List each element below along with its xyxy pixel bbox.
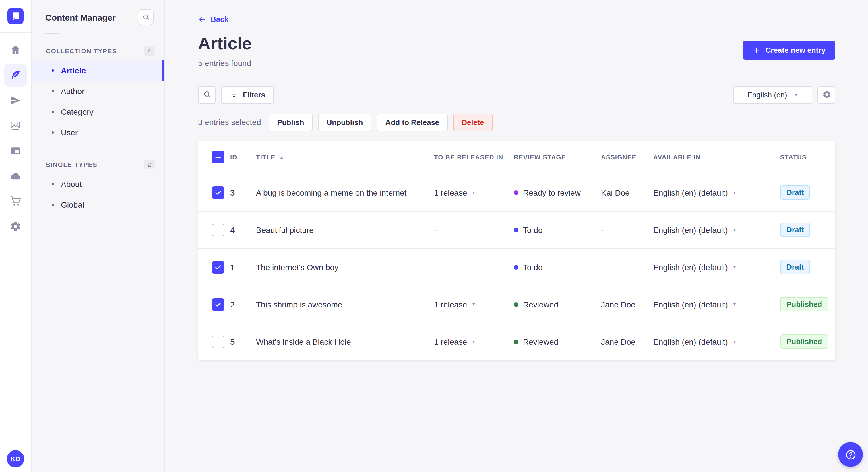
status-badge: Published bbox=[780, 334, 828, 349]
subnav-panel: Content Manager COLLECTION TYPES 4 Artic… bbox=[32, 0, 165, 472]
cell-available-in[interactable]: English (en) (default)▼ bbox=[653, 300, 780, 309]
stage-dot bbox=[514, 339, 518, 344]
cell-assignee: Jane Doe bbox=[601, 300, 653, 309]
check-icon bbox=[214, 300, 222, 308]
column-header-assignee[interactable]: ASSIGNEE bbox=[601, 154, 653, 161]
back-arrow-icon bbox=[198, 15, 206, 23]
cell-available-in[interactable]: English (en) (default)▼ bbox=[653, 337, 780, 346]
cell-release[interactable]: 1 release▼ bbox=[434, 300, 514, 309]
selection-count-label: 3 entries selected bbox=[198, 117, 261, 127]
status-badge: Draft bbox=[780, 185, 810, 200]
nav-item-send[interactable] bbox=[4, 89, 27, 112]
layout-icon bbox=[10, 145, 21, 157]
create-new-entry-button[interactable]: Create new entry bbox=[743, 40, 835, 59]
cell-release[interactable]: 1 release▼ bbox=[434, 337, 514, 346]
feather-icon bbox=[10, 69, 21, 81]
cell-review-stage: Reviewed bbox=[514, 337, 601, 346]
sort-asc-icon: ▲ bbox=[279, 155, 284, 160]
cell-available-in[interactable]: English (en) (default)▼ bbox=[653, 188, 780, 197]
row-checkbox[interactable] bbox=[212, 335, 224, 348]
check-icon bbox=[214, 189, 222, 196]
cell-id: 5 bbox=[230, 337, 256, 346]
stage-dot bbox=[514, 227, 518, 232]
paper-plane-icon bbox=[10, 95, 21, 106]
cell-available-in[interactable]: English (en) (default)▼ bbox=[653, 262, 780, 272]
chevron-down-icon: ▼ bbox=[794, 93, 798, 97]
sidebar-item-author[interactable]: Author bbox=[32, 81, 164, 102]
stage-dot bbox=[514, 190, 518, 195]
main-nav: KD bbox=[0, 0, 32, 472]
cell-id: 3 bbox=[230, 188, 256, 197]
subnav-search-button[interactable] bbox=[138, 9, 154, 25]
locale-caret-icon: ▼ bbox=[733, 191, 737, 194]
release-caret-icon: ▼ bbox=[472, 339, 476, 343]
locale-select[interactable]: English (en) ▼ bbox=[733, 86, 812, 103]
page-title: Article bbox=[198, 34, 252, 53]
cell-review-stage: To do bbox=[514, 225, 601, 234]
column-header-status[interactable]: STATUS bbox=[780, 154, 835, 161]
avatar[interactable]: KD bbox=[7, 450, 24, 467]
nav-item-layout[interactable] bbox=[4, 139, 27, 162]
table-row[interactable]: 1 The internet's Own boy -▼ To do - Engl… bbox=[198, 248, 835, 285]
column-header-available-in[interactable]: AVAILABLE IN bbox=[653, 154, 780, 161]
nav-item-media-library[interactable] bbox=[4, 114, 27, 137]
nav-item-content-manager[interactable] bbox=[4, 64, 27, 87]
bullet-icon bbox=[52, 111, 54, 113]
nav-item-marketplace[interactable] bbox=[4, 190, 27, 213]
nav-item-home[interactable] bbox=[4, 38, 27, 61]
status-badge: Published bbox=[780, 297, 828, 311]
table-row[interactable]: 2 This shrimp is awesome 1 release▼ Revi… bbox=[198, 285, 835, 323]
add-to-release-button[interactable]: Add to Release bbox=[377, 113, 448, 131]
delete-button[interactable]: Delete bbox=[453, 113, 493, 131]
cell-release[interactable]: -▼ bbox=[434, 225, 514, 234]
section-label-collection-types: COLLECTION TYPES bbox=[46, 47, 117, 55]
cell-id: 2 bbox=[230, 300, 256, 309]
select-all-checkbox[interactable] bbox=[212, 151, 224, 164]
back-link[interactable]: Back bbox=[198, 15, 228, 24]
sidebar-item-user[interactable]: User bbox=[32, 122, 164, 143]
sidebar-item-category[interactable]: Category bbox=[32, 102, 164, 122]
table-row[interactable]: 4 Beautiful picture -▼ To do - English (… bbox=[198, 211, 835, 248]
logo-box bbox=[0, 0, 31, 33]
bullet-icon bbox=[52, 131, 54, 134]
nav-icon-list bbox=[4, 38, 27, 446]
row-checkbox[interactable] bbox=[212, 298, 224, 310]
minus-icon bbox=[215, 157, 221, 158]
cell-available-in[interactable]: English (en) (default)▼ bbox=[653, 225, 780, 234]
column-header-id[interactable]: ID bbox=[230, 154, 256, 161]
main-content: Back Article 5 entries found Create new … bbox=[165, 0, 868, 472]
column-header-title[interactable]: TITLE ▲ bbox=[256, 154, 434, 161]
row-checkbox[interactable] bbox=[212, 224, 224, 236]
table-row[interactable]: 5 What's inside a Black Hole 1 release▼ … bbox=[198, 323, 835, 360]
unpublish-button[interactable]: Unpublish bbox=[318, 113, 371, 131]
sidebar-item-about[interactable]: About bbox=[32, 174, 164, 194]
table-header-row: ID TITLE ▲ TO BE RELEASED IN REVIEW STAG… bbox=[198, 141, 835, 173]
row-checkbox[interactable] bbox=[212, 186, 224, 199]
view-settings-button[interactable] bbox=[817, 86, 835, 103]
entries-count: 5 entries found bbox=[198, 58, 252, 67]
cell-release[interactable]: 1 release▼ bbox=[434, 188, 514, 197]
column-header-review-stage[interactable]: REVIEW STAGE bbox=[514, 154, 601, 161]
nav-item-settings[interactable] bbox=[4, 215, 27, 238]
column-header-to-be-released-in[interactable]: TO BE RELEASED IN bbox=[434, 154, 514, 161]
row-checkbox[interactable] bbox=[212, 261, 224, 273]
filters-button[interactable]: Filters bbox=[221, 86, 274, 103]
cell-assignee: Jane Doe bbox=[601, 337, 653, 346]
nav-bottom: KD bbox=[0, 446, 31, 472]
publish-button[interactable]: Publish bbox=[268, 113, 313, 131]
cell-release[interactable]: -▼ bbox=[434, 262, 514, 272]
cell-title: A bug is becoming a meme on the internet bbox=[256, 188, 434, 197]
locale-caret-icon: ▼ bbox=[733, 265, 737, 269]
sidebar-item-global[interactable]: Global bbox=[32, 194, 164, 215]
cell-id: 4 bbox=[230, 225, 256, 234]
nav-item-cloud[interactable] bbox=[4, 165, 27, 188]
stage-dot bbox=[514, 302, 518, 307]
help-button[interactable] bbox=[838, 442, 863, 467]
filter-icon bbox=[229, 90, 238, 99]
app-logo-icon[interactable] bbox=[7, 8, 24, 24]
search-button[interactable] bbox=[198, 86, 216, 103]
locale-caret-icon: ▼ bbox=[733, 339, 737, 343]
sidebar-item-article[interactable]: Article bbox=[32, 60, 164, 81]
images-icon bbox=[10, 120, 21, 131]
table-row[interactable]: 3 A bug is becoming a meme on the intern… bbox=[198, 173, 835, 211]
